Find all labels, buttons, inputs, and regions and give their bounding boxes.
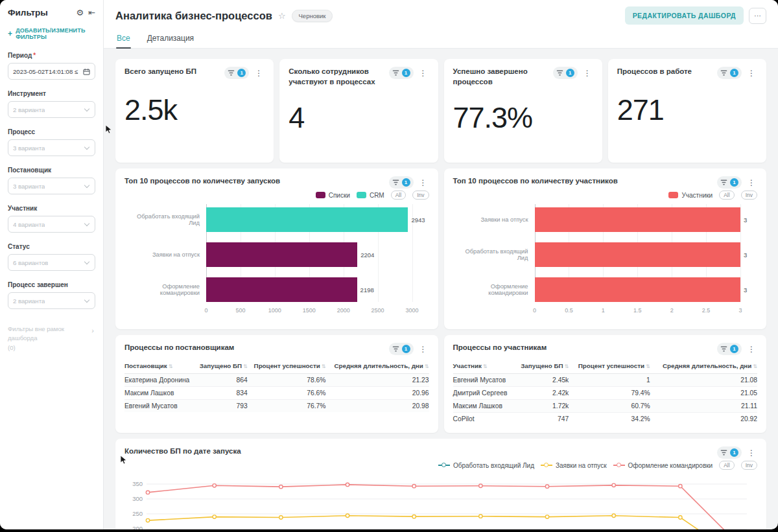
table-row[interactable]: Екатерина Доронина86478.6%21.23 (124, 374, 429, 387)
table-row[interactable]: Максим Лашков1.72k60.7%21.11 (453, 400, 758, 413)
filter-select[interactable]: 2 варианта (8, 101, 95, 118)
period-date-input[interactable]: 2023-05-02T14:01:08 ≤ … (8, 63, 95, 80)
toggle-inv-button[interactable]: Inv (741, 191, 757, 200)
data-point[interactable] (213, 484, 216, 487)
legend-item[interactable]: Участники (668, 192, 713, 199)
toggle-inv-button[interactable]: Inv (741, 461, 757, 470)
bar[interactable] (535, 242, 741, 267)
card-filter-button[interactable]: 1 (717, 67, 742, 79)
column-header[interactable]: Средняя длительность, дни⇅ (325, 359, 429, 374)
data-point[interactable] (612, 483, 615, 487)
column-header[interactable]: Процент успешности⇅ (569, 359, 650, 374)
data-point[interactable] (213, 515, 216, 518)
bar[interactable] (206, 207, 408, 232)
table-row[interactable]: Дмитрий Сергеев2.42k79.4%21.05 (453, 387, 758, 400)
data-point[interactable] (679, 485, 682, 488)
toggle-all-button[interactable]: All (719, 461, 734, 470)
card-menu-button[interactable]: ⋮ (418, 68, 429, 78)
tab-all[interactable]: Все (116, 28, 131, 48)
data-point[interactable] (279, 516, 283, 519)
legend-item[interactable]: Списки (316, 192, 350, 199)
table-row[interactable]: Евгений Мусатов79376.7%20.98 (124, 400, 429, 413)
bar[interactable] (206, 242, 357, 267)
card-filter-button[interactable]: 1 (389, 67, 414, 79)
filter-select[interactable]: 4 варианта (8, 216, 95, 233)
data-point[interactable] (412, 515, 416, 518)
bar-value-label: 2198 (360, 286, 374, 294)
toggle-inv-button[interactable]: Inv (412, 191, 429, 200)
filter-field-label: Постановщик (8, 167, 95, 174)
settings-gear-icon[interactable]: ⚙ (76, 8, 84, 17)
bar[interactable] (535, 207, 741, 232)
column-header[interactable]: Запущено БП⇅ (514, 359, 569, 374)
card-menu-button[interactable]: ⋮ (746, 344, 757, 354)
data-point[interactable] (679, 516, 682, 519)
card-menu-button[interactable]: ⋮ (253, 68, 265, 78)
card-filter-button[interactable]: 1 (224, 67, 249, 79)
filter-field-value: 4 варианта (13, 221, 45, 228)
data-point[interactable] (279, 485, 283, 488)
bar[interactable] (535, 277, 741, 302)
card-filter-button[interactable]: 1 (717, 176, 742, 189)
data-point[interactable] (146, 491, 149, 494)
star-favorite-icon[interactable]: ☆ (278, 11, 286, 21)
legend-item[interactable]: Обработать входящий Лид (438, 462, 534, 469)
filter-select[interactable]: 6 вариантов (8, 254, 95, 271)
card-menu-button[interactable]: ⋮ (418, 344, 429, 354)
card-filter-button[interactable]: 1 (553, 67, 578, 79)
table-cell: CoPilot (453, 413, 515, 426)
card-menu-button[interactable]: ⋮ (746, 178, 757, 188)
legend-item[interactable]: CRM (357, 192, 384, 199)
table-row[interactable]: Максим Лашков83476.6%20.96 (124, 387, 429, 400)
dashboard-window: Фильтры ⚙ ⇤ + ДОБАВИТЬ/ИЗМЕНИТЬ ФИЛЬТРЫ … (0, 0, 778, 529)
data-point[interactable] (146, 518, 149, 522)
legend-item[interactable]: Оформление командировки (613, 462, 713, 469)
card-filter-button[interactable]: 1 (389, 176, 414, 189)
column-header[interactable]: Запущено БП⇅ (195, 359, 248, 374)
card-menu-button[interactable]: ⋮ (746, 448, 757, 458)
table-row[interactable]: CoPilot74734.2%20.92 (453, 413, 758, 426)
chart-card-head: Топ 10 процессов по количеству участнико… (453, 176, 758, 189)
data-point[interactable] (412, 485, 416, 488)
column-header[interactable]: Постановщик⇅ (124, 359, 195, 374)
card-filter-button[interactable]: 1 (389, 343, 414, 355)
add-edit-filters-link[interactable]: + ДОБАВИТЬ/ИЗМЕНИТЬ ФИЛЬТРЫ (8, 27, 95, 40)
more-options-button[interactable]: ··· (749, 8, 766, 24)
data-point[interactable] (479, 484, 482, 487)
bar[interactable] (206, 277, 357, 302)
tables-row: Процессы по постановщикам1⋮Постановщик⇅З… (115, 335, 766, 433)
legend-item[interactable]: Заявки на отпуск (541, 462, 607, 469)
filter-count-badge: 1 (402, 345, 410, 353)
bar-category-label: Оформление командировки (124, 277, 206, 302)
card-filter-button[interactable]: 1 (717, 446, 742, 459)
card-filter-button[interactable]: 1 (717, 343, 742, 355)
tab-details[interactable]: Детализация (147, 28, 194, 48)
card-menu-button[interactable]: ⋮ (418, 178, 429, 188)
data-point[interactable] (479, 515, 482, 518)
column-header[interactable]: Средняя длительность, дни⇅ (650, 359, 757, 374)
card-menu-button[interactable]: ⋮ (746, 68, 757, 78)
data-point[interactable] (545, 515, 548, 518)
table-cell: 21.11 (650, 400, 757, 413)
toggle-all-button[interactable]: All (391, 191, 406, 200)
legend-swatch (668, 192, 678, 198)
table-row[interactable]: Евгений Мусатов2.45k121.08 (453, 374, 758, 387)
filter-select[interactable]: 3 варианта (8, 178, 95, 194)
collapse-sidebar-icon[interactable]: ⇤ (88, 8, 95, 17)
data-point[interactable] (346, 514, 349, 517)
filter-select[interactable]: 3 варианта (8, 139, 95, 156)
column-header[interactable]: Участник⇅ (453, 359, 515, 374)
edit-dashboard-button[interactable]: РЕДАКТИРОВАТЬ ДАШБОРД (625, 6, 744, 25)
top-participants-card: Топ 10 процессов по количеству участнико… (444, 168, 767, 329)
toggle-all-button[interactable]: All (719, 191, 734, 200)
table-cell: 76.6% (248, 387, 326, 400)
filter-select[interactable]: 2 варианта (8, 292, 95, 309)
data-point[interactable] (346, 483, 349, 486)
card-menu-button[interactable]: ⋮ (582, 68, 593, 78)
filters-outside-dashboard-link[interactable]: Фильтры вне рамок дашборда › (0) (8, 325, 95, 353)
column-header[interactable]: Процент успешности⇅ (248, 359, 326, 374)
data-point[interactable] (545, 485, 548, 488)
filters-title: Фильтры (8, 8, 48, 17)
card-title: Всего запущено БП (124, 67, 220, 77)
data-point[interactable] (612, 514, 615, 517)
